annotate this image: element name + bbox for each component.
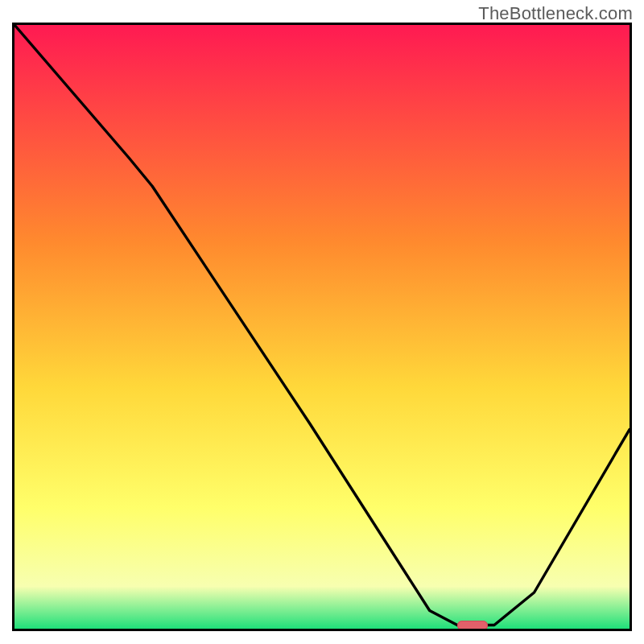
chart-container: TheBottleneck.com bbox=[0, 0, 644, 644]
optimal-marker bbox=[457, 621, 488, 630]
plot-area bbox=[12, 23, 632, 631]
watermark-text: TheBottleneck.com bbox=[478, 3, 633, 24]
curve-layer bbox=[14, 25, 630, 629]
bottleneck-curve bbox=[14, 25, 630, 625]
